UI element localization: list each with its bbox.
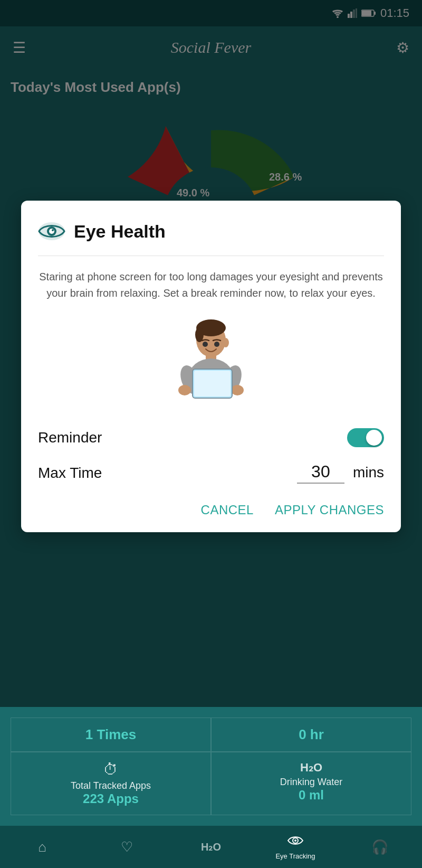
maxtime-unit: mins	[353, 464, 384, 481]
h2o-icon: H₂O	[201, 841, 221, 853]
svg-point-27	[203, 342, 208, 347]
reminder-label: Reminder	[38, 429, 102, 446]
cancel-button[interactable]: Cancel	[201, 503, 254, 517]
maxtime-value-wrap[interactable]: 30	[297, 462, 344, 484]
svg-point-28	[214, 342, 219, 347]
svg-rect-26	[194, 371, 231, 397]
svg-point-14	[52, 229, 54, 231]
hours-value: 0 hr	[216, 727, 407, 743]
hours-stat: 0 hr	[211, 718, 411, 752]
svg-point-30	[294, 839, 296, 842]
nav-item-eye-tracking[interactable]: Eye Tracking	[253, 834, 338, 860]
maxtime-underline	[297, 483, 344, 484]
eye-tracking-label: Eye Tracking	[275, 852, 315, 860]
eye-tracking-icon	[287, 834, 303, 850]
svg-point-23	[178, 385, 191, 395]
water-icon: H₂O	[216, 761, 407, 775]
modal-dialog: Eye Health Staring at phone screen for t…	[21, 201, 401, 532]
svg-point-13	[49, 229, 54, 234]
times-stat: 1 Times	[11, 718, 211, 752]
water-value: 0 ml	[216, 788, 407, 803]
bottom-stats-area: 1 Times 0 hr ⏱ Total Tracked Apps 223 Ap…	[0, 707, 422, 826]
times-value: 1 Times	[15, 727, 206, 743]
bottom-nav: ⌂ ♡ H₂O Eye Tracking 🎧	[0, 826, 422, 868]
illustration	[38, 316, 384, 411]
home-icon: ⌂	[38, 839, 46, 855]
maxtime-value[interactable]: 30	[311, 462, 330, 482]
toggle-knob	[366, 430, 382, 446]
modal-divider	[38, 256, 384, 256]
modal-header: Eye Health	[38, 218, 384, 245]
bottom-stats-grid-2: ⏱ Total Tracked Apps 223 Apps H₂O Drinki…	[11, 752, 411, 815]
nav-item-audio[interactable]: 🎧	[338, 839, 422, 855]
water-stat: H₂O Drinking Water 0 ml	[211, 752, 411, 815]
nav-item-heart[interactable]: ♡	[84, 839, 169, 855]
reminder-row: Reminder	[38, 428, 384, 447]
modal-description: Staring at phone screen for too long dam…	[38, 269, 384, 301]
maxtime-row: Max Time 30 mins	[38, 462, 384, 484]
timer-icon: ⏱	[15, 761, 206, 778]
nav-item-water[interactable]: H₂O	[169, 841, 253, 853]
bottom-stats-grid: 1 Times 0 hr	[11, 718, 411, 752]
svg-point-18	[223, 338, 229, 347]
svg-point-24	[231, 385, 244, 395]
maxtime-right: 30 mins	[297, 462, 384, 484]
eye-health-icon	[38, 218, 65, 245]
modal-buttons: Cancel Apply Changes	[38, 503, 384, 517]
nav-item-home[interactable]: ⌂	[0, 839, 84, 855]
maxtime-label: Max Time	[38, 465, 102, 482]
heart-icon: ♡	[121, 839, 133, 855]
total-apps-label: Total Tracked Apps	[15, 780, 206, 791]
headphones-icon: 🎧	[371, 839, 388, 855]
total-apps-stat: ⏱ Total Tracked Apps 223 Apps	[11, 752, 211, 815]
apply-changes-button[interactable]: Apply Changes	[275, 503, 384, 517]
total-apps-value: 223 Apps	[15, 791, 206, 806]
water-label: Drinking Water	[216, 777, 407, 788]
modal-title: Eye Health	[74, 221, 166, 242]
reminder-toggle[interactable]	[347, 428, 384, 447]
